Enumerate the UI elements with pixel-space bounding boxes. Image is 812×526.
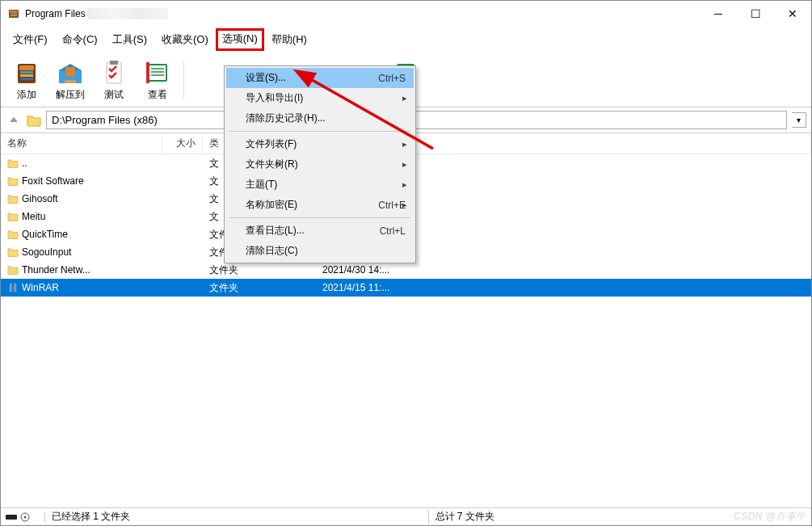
extract-icon	[54, 57, 86, 88]
row-name: WinRAR	[22, 282, 59, 293]
menu-item-shortcut: Ctrl+L	[380, 225, 406, 237]
toolbar-view-button[interactable]: 查看	[137, 56, 179, 103]
status-bar: 已经选择 1 文件夹 总计 7 文件夹	[1, 507, 811, 525]
menu-item[interactable]: 导入和导出(I)▸	[226, 88, 414, 108]
menu-item-label: 查看日志(L)...	[246, 224, 380, 238]
toolbar-extract-button[interactable]: 解压到	[49, 56, 91, 103]
folder-icon	[7, 229, 19, 239]
submenu-arrow-icon: ▸	[402, 139, 407, 149]
path-dropdown-button[interactable]: ▾	[792, 112, 806, 128]
svg-rect-13	[110, 61, 118, 65]
menu-item-label: 名称加密(E)	[246, 198, 378, 212]
row-name: ..	[22, 158, 27, 169]
menu-item[interactable]: 清除历史记录(H)...	[226, 108, 414, 128]
menu-help[interactable]: 帮助(H)	[264, 28, 314, 51]
row-name: Meitu	[22, 211, 45, 222]
menu-item[interactable]: 清除日志(C)	[226, 241, 414, 261]
menu-item-label: 清除历史记录(H)...	[246, 112, 406, 125]
header-name[interactable]: 名称	[1, 133, 162, 154]
menu-item[interactable]: 文件列表(F)▸	[226, 134, 414, 154]
status-selected: 已经选择 1 文件夹	[45, 510, 429, 524]
app-icon	[7, 7, 20, 20]
menu-item[interactable]: 主题(T)▸	[226, 175, 414, 195]
menu-bar: 文件(F) 命令(C) 工具(S) 收藏夹(O) 选项(N) 帮助(H)	[1, 27, 811, 53]
svg-rect-3	[11, 15, 17, 17]
list-row[interactable]: WinRAR文件夹2021/4/15 11:...	[1, 279, 811, 297]
row-type: 文件夹	[203, 263, 316, 277]
svg-rect-6	[20, 71, 33, 74]
menu-item-label: 清除日志(C)	[246, 244, 406, 258]
up-button[interactable]	[6, 112, 22, 128]
menu-item[interactable]: 设置(S)...Ctrl+S	[226, 68, 414, 88]
svg-rect-10	[65, 67, 75, 77]
menu-options[interactable]: 选项(N)	[216, 28, 264, 51]
toolbar-add-button[interactable]: 添加	[6, 56, 48, 103]
folder-icon	[7, 212, 19, 221]
folder-icon	[7, 247, 19, 257]
svg-rect-12	[107, 62, 121, 83]
menu-favorites[interactable]: 收藏夹(O)	[154, 28, 216, 51]
menu-tools[interactable]: 工具(S)	[105, 28, 154, 51]
svg-rect-24	[12, 284, 15, 292]
title-blur	[87, 8, 168, 19]
menu-item-shortcut: Ctrl+S	[378, 73, 406, 84]
toolbar-add-label: 添加	[17, 88, 36, 102]
toolbar-test-button[interactable]: 测试	[93, 56, 135, 103]
menu-item[interactable]: 文件夹树(R)▸	[226, 154, 414, 175]
menu-file[interactable]: 文件(F)	[6, 28, 55, 51]
menu-separator	[229, 131, 410, 132]
toolbar-extract-label: 解压到	[56, 88, 85, 102]
folder-icon	[7, 176, 19, 186]
close-button[interactable]: ✕	[774, 1, 811, 27]
submenu-arrow-icon: ▸	[402, 179, 407, 190]
menu-item[interactable]: 名称加密(E)Ctrl+E▸	[226, 195, 414, 215]
menu-item[interactable]: 查看日志(L)...Ctrl+L	[226, 221, 414, 241]
menu-item-label: 主题(T)	[246, 178, 406, 191]
watermark: CSDN @百事牛	[734, 510, 806, 524]
menu-item-label: 设置(S)...	[246, 71, 378, 85]
path-text: D:\Program Files (x86)	[52, 114, 158, 126]
folder-icon	[7, 194, 19, 204]
row-name: Foxit Software	[22, 175, 84, 187]
row-name: Thunder Netw...	[22, 264, 90, 276]
svg-rect-8	[20, 78, 33, 80]
app-window: Program Files ─ ☐ ✕ 文件(F) 命令(C) 工具(S) 收藏…	[0, 0, 812, 526]
svg-rect-5	[19, 65, 34, 70]
svg-rect-11	[65, 80, 76, 83]
folder-icon	[7, 265, 19, 275]
menu-item-label: 文件夹树(R)	[246, 158, 406, 171]
toolbar-test-label: 测试	[104, 88, 124, 102]
submenu-arrow-icon: ▸	[402, 159, 407, 170]
window-title: Program Files	[25, 8, 86, 19]
maximize-button[interactable]: ☐	[737, 1, 774, 27]
header-size[interactable]: 大小	[162, 133, 203, 154]
svg-rect-7	[20, 74, 33, 77]
toolbar-separator	[183, 61, 184, 99]
toolbar-view-label: 查看	[148, 88, 167, 102]
window-controls: ─ ☐ ✕	[700, 1, 811, 27]
minimize-button[interactable]: ─	[700, 1, 737, 27]
menu-command[interactable]: 命令(C)	[55, 28, 105, 51]
disc-icon	[20, 512, 30, 522]
view-icon	[141, 57, 174, 88]
row-type: 文件夹	[203, 281, 316, 295]
svg-rect-19	[146, 62, 149, 83]
options-dropdown: 设置(S)...Ctrl+S导入和导出(I)▸清除历史记录(H)...文件列表(…	[224, 65, 416, 263]
row-date: 2021/4/30 14:...	[316, 264, 811, 276]
add-icon	[11, 57, 43, 88]
path-input[interactable]: D:\Program Files (x86)	[46, 111, 787, 129]
submenu-arrow-icon: ▸	[402, 200, 407, 210]
submenu-arrow-icon: ▸	[402, 93, 407, 103]
list-row[interactable]: Thunder Netw...文件夹2021/4/30 14:...	[1, 261, 811, 279]
row-name: SogouInput	[22, 246, 71, 258]
svg-rect-2	[11, 14, 17, 15]
menu-item-label: 导入和导出(I)	[246, 91, 406, 105]
title-bar: Program Files ─ ☐ ✕	[1, 1, 811, 27]
svg-rect-1	[10, 11, 18, 13]
svg-point-27	[24, 515, 27, 518]
test-icon	[98, 57, 130, 88]
folder-icon	[7, 158, 19, 168]
row-date: 2021/4/15 11:...	[316, 282, 811, 293]
menu-separator	[229, 217, 410, 218]
folder-icon	[27, 114, 41, 127]
